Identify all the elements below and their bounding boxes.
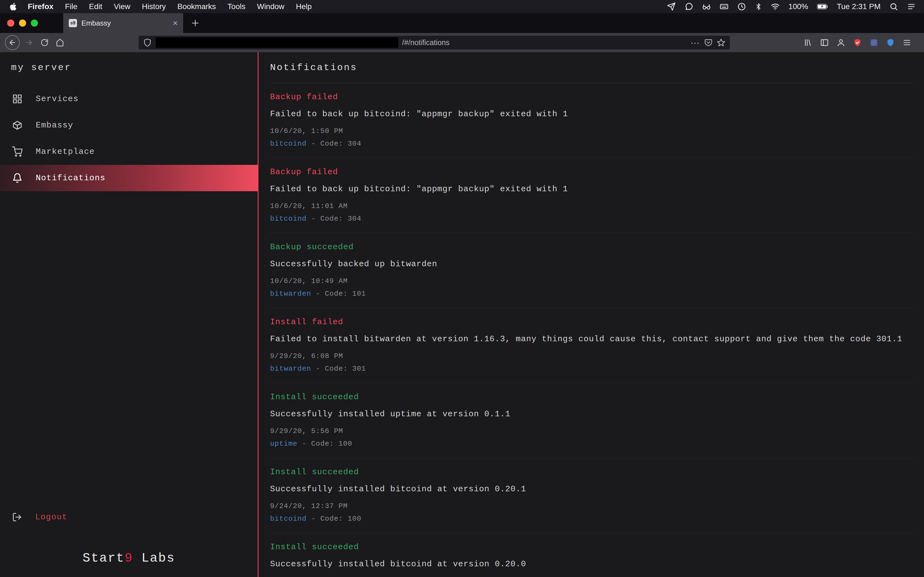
redacted-url-segment (156, 37, 398, 48)
menu-firefox[interactable]: Firefox (22, 2, 59, 11)
menu-bookmarks[interactable]: Bookmarks (171, 2, 222, 11)
sidebar-item-label: Notifications (36, 173, 106, 183)
notification-message: Failed to install bitwarden at version 1… (270, 334, 913, 344)
menu-view[interactable]: View (108, 2, 136, 11)
sidebar-toggle-button[interactable] (818, 37, 830, 48)
page-title: Notifications (270, 62, 357, 73)
keyboard-icon[interactable] (720, 2, 729, 11)
home-button[interactable] (54, 37, 66, 48)
minimize-window-button[interactable] (19, 19, 26, 27)
notifications-page: Notifications Backup failed Failed to ba… (258, 52, 924, 577)
page-actions-icon[interactable]: … (690, 39, 700, 47)
notification-message: Failed to back up bitcoind: "appmgr back… (270, 110, 913, 119)
menu-tools[interactable]: Tools (222, 2, 251, 11)
cart-icon (12, 147, 23, 157)
notification-message: Failed to back up bitcoind: "appmgr back… (270, 184, 913, 194)
tab-embassy[interactable]: s9 Embassy × (63, 13, 183, 33)
close-window-button[interactable] (7, 19, 14, 27)
notification-service-link[interactable]: bitwarden (270, 290, 311, 298)
glasses-icon[interactable] (702, 2, 711, 11)
menu-list-icon[interactable] (907, 2, 916, 11)
library-button[interactable] (802, 37, 814, 48)
apple-icon (10, 3, 16, 10)
page-header: Notifications (270, 52, 913, 83)
notification-service-link[interactable]: bitwarden (270, 364, 311, 373)
notification-timestamp: 9/24/20, 12:37 PM (270, 502, 913, 510)
hamburger-menu-icon[interactable] (901, 37, 913, 48)
notification-service-link[interactable]: bitcoind (270, 515, 307, 523)
battery-percent: 100% (788, 2, 808, 11)
notification-timestamp: 10/6/20, 1:50 PM (270, 127, 913, 135)
logout-label: Logout (35, 513, 67, 522)
logout-button[interactable]: Logout (12, 512, 67, 522)
forward-button[interactable] (23, 37, 35, 48)
menu-window[interactable]: Window (251, 2, 290, 11)
menu-help[interactable]: Help (290, 2, 318, 11)
menubar-status-area: 100% Tue 2:31 PM (667, 2, 916, 11)
notification-message: Successfully backed up bitwarden (270, 259, 913, 269)
notification-item: Install failed Failed to install bitward… (270, 308, 913, 383)
menu-edit[interactable]: Edit (83, 2, 108, 11)
notification-service-link[interactable]: uptime (270, 440, 297, 448)
tab-title: Embassy (81, 19, 168, 27)
bluetooth-icon[interactable] (755, 3, 762, 10)
notification-code: - Code: 301 (316, 364, 366, 373)
notification-item: Backup failed Failed to back up bitcoind… (270, 158, 913, 233)
search-icon[interactable] (889, 2, 898, 11)
notification-title: Install succeeded (270, 467, 913, 477)
extension-blue-shield-icon[interactable] (884, 37, 897, 48)
sidebar-item-services[interactable]: Services (0, 86, 258, 112)
tracking-protection-shield-icon[interactable] (143, 38, 152, 47)
notification-code: - Code: 100 (302, 440, 352, 448)
apple-menu[interactable] (8, 3, 22, 10)
account-button[interactable] (835, 37, 847, 48)
notification-meta: bitwarden - Code: 101 (270, 290, 913, 298)
window-controls (0, 19, 45, 27)
notification-message: Successfully installed bitcoind at versi… (270, 559, 913, 569)
sidebar-item-notifications[interactable]: Notifications (0, 165, 258, 191)
reload-button[interactable] (39, 37, 51, 48)
menu-history[interactable]: History (136, 2, 171, 11)
wifi-icon[interactable] (771, 2, 780, 11)
sidebar-item-label: Services (36, 94, 79, 103)
notification-title: Backup succeeded (270, 242, 913, 252)
pocket-save-icon[interactable] (704, 38, 713, 47)
notification-item: Install succeeded Successfully installed… (270, 458, 913, 533)
notification-code: - Code: 304 (311, 214, 361, 223)
notification-meta: bitcoind - Code: 304 (270, 214, 913, 223)
new-tab-button[interactable] (190, 18, 200, 28)
back-button[interactable] (5, 35, 20, 50)
notifications-list: Backup failed Failed to back up bitcoind… (270, 83, 913, 577)
extension-container-icon[interactable] (868, 37, 880, 48)
bookmark-star-icon[interactable] (717, 38, 725, 47)
notification-title: Backup failed (270, 167, 913, 177)
sidebar-item-embassy[interactable]: Embassy (0, 112, 258, 139)
notification-message: Successfully installed uptime at version… (270, 409, 913, 419)
menubar-clock: Tue 2:31 PM (837, 2, 880, 11)
clock-icon[interactable] (737, 2, 746, 11)
sidebar-item-label: Marketplace (36, 147, 95, 156)
notification-meta: bitcoind - Code: 304 (270, 140, 913, 148)
notification-service-link[interactable]: bitcoind (270, 214, 307, 223)
notification-code: - Code: 304 (311, 140, 361, 148)
notification-title: Install succeeded (270, 542, 913, 552)
browser-toolbar: /#/notifications … (0, 33, 924, 52)
notification-item: Backup failed Failed to back up bitcoind… (270, 83, 913, 158)
zoom-window-button[interactable] (31, 19, 38, 27)
notification-item: Install succeeded Successfully installed… (270, 383, 913, 458)
telegram-icon[interactable] (667, 2, 676, 11)
sidebar-item-label: Embassy (36, 121, 73, 130)
extension-red-shield-icon[interactable] (851, 37, 864, 48)
sidebar-item-marketplace[interactable]: Marketplace (0, 139, 258, 165)
notification-message: Successfully installed bitcoind at versi… (270, 484, 913, 494)
notification-code: - Code: 100 (311, 515, 361, 523)
close-tab-icon[interactable]: × (173, 19, 178, 27)
notification-service-link[interactable]: bitcoind (270, 140, 307, 148)
menu-file[interactable]: File (59, 2, 83, 11)
url-bar[interactable]: /#/notifications … (139, 36, 730, 50)
logout-icon (12, 512, 22, 522)
chat-icon[interactable] (685, 2, 693, 11)
sidebar-header: my server (0, 52, 258, 83)
notification-timestamp: 10/6/20, 10:49 AM (270, 277, 913, 285)
notification-meta: bitcoind - Code: 100 (270, 515, 913, 523)
